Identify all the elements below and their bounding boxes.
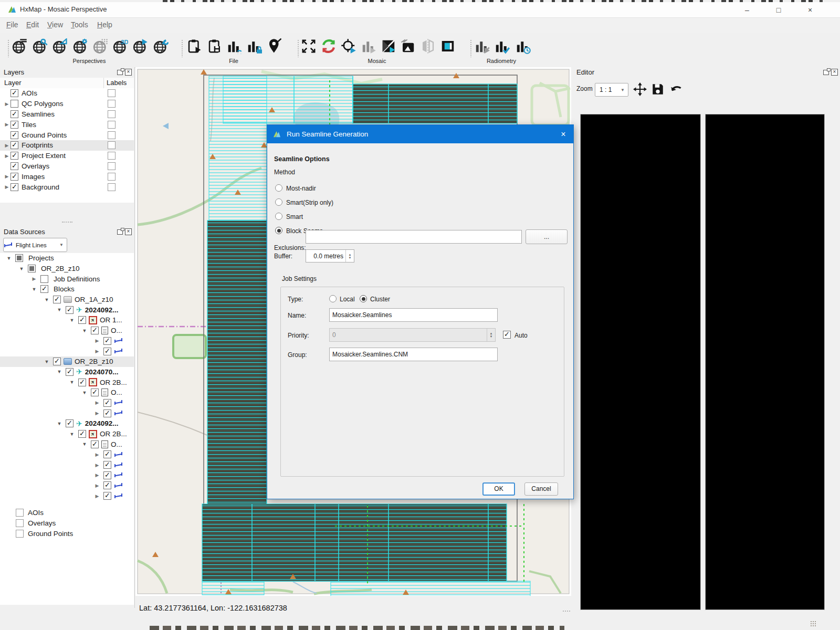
- extra-layer-checkbox[interactable]: [16, 519, 24, 527]
- tree-checkbox[interactable]: [103, 399, 111, 407]
- panel-splitter-handle[interactable]: [62, 222, 72, 225]
- tree-row[interactable]: ▼ ✈ 2024092...: [0, 418, 134, 429]
- close-panel-icon[interactable]: ×: [831, 69, 838, 76]
- extra-layer-row[interactable]: AOIs: [0, 507, 134, 518]
- tree-checkbox[interactable]: [91, 440, 99, 448]
- globe-measure-icon[interactable]: [52, 38, 68, 54]
- expander-icon[interactable]: ▶: [3, 143, 10, 148]
- expander-icon[interactable]: ▼: [56, 307, 63, 312]
- tree-row[interactable]: ▼ O...: [0, 326, 134, 336]
- auto-checkbox[interactable]: [503, 331, 511, 339]
- layer-visibility-checkbox[interactable]: [10, 141, 18, 149]
- chart-skip-icon[interactable]: [474, 38, 490, 54]
- extra-layer-checkbox[interactable]: [16, 509, 24, 517]
- tree-row[interactable]: ▼ Blocks: [0, 284, 134, 295]
- float-panel-icon[interactable]: [117, 70, 123, 75]
- undo-icon[interactable]: [670, 82, 684, 96]
- editor-view-left[interactable]: [580, 114, 701, 610]
- expander-icon[interactable]: ▼: [68, 318, 76, 323]
- tree-checkbox[interactable]: [28, 265, 36, 272]
- seek-target-icon[interactable]: [341, 38, 356, 54]
- layer-labels-checkbox[interactable]: [108, 173, 116, 181]
- image-frame-icon[interactable]: [440, 38, 456, 54]
- expander-icon[interactable]: ▶: [93, 349, 101, 354]
- layer-visibility-checkbox[interactable]: [10, 110, 18, 118]
- chart-check-icon[interactable]: [494, 38, 510, 54]
- save-icon[interactable]: [651, 82, 665, 96]
- tree-checkbox[interactable]: [40, 275, 48, 283]
- radio-smart-strip[interactable]: [275, 198, 282, 206]
- chart-lock-icon[interactable]: [246, 38, 262, 54]
- expander-icon[interactable]: ▶: [93, 400, 101, 405]
- tree-checkbox[interactable]: [103, 450, 111, 458]
- layer-row[interactable]: AOIs: [0, 88, 134, 99]
- expander-icon[interactable]: ▶: [93, 452, 101, 457]
- name-input[interactable]: Mosaicker.Seamlines: [329, 308, 498, 322]
- radio-cluster-label[interactable]: Cluster: [370, 296, 390, 303]
- data-source-type-select[interactable]: Flight Lines ▼: [3, 238, 67, 252]
- radio-local-label[interactable]: Local: [340, 296, 355, 303]
- expander-icon[interactable]: ▶: [93, 338, 101, 343]
- menu-help[interactable]: Help: [95, 20, 114, 29]
- layer-labels-checkbox[interactable]: [108, 141, 116, 149]
- globe-grid-icon[interactable]: [92, 38, 108, 54]
- layer-visibility-checkbox[interactable]: [10, 152, 18, 160]
- expander-icon[interactable]: ▶: [3, 184, 10, 190]
- menu-file[interactable]: File: [4, 20, 20, 29]
- layer-visibility-checkbox[interactable]: [10, 89, 18, 97]
- expander-icon[interactable]: ▶: [93, 494, 101, 499]
- expander-icon[interactable]: ▶: [30, 276, 38, 281]
- menu-view[interactable]: View: [45, 20, 65, 29]
- globe-3d-icon[interactable]: 3D: [112, 38, 128, 54]
- layer-visibility-checkbox[interactable]: [10, 173, 18, 181]
- radio-smart-label[interactable]: Smart: [286, 213, 303, 220]
- tree-row[interactable]: ▼ ✈ OR 1...: [0, 315, 134, 326]
- close-panel-icon[interactable]: ×: [125, 69, 132, 76]
- tree-row[interactable]: ▶: [0, 408, 134, 418]
- layer-labels-checkbox[interactable]: [108, 183, 116, 191]
- chart-schedule-icon[interactable]: [515, 38, 531, 54]
- expander-icon[interactable]: ▶: [93, 411, 101, 416]
- layer-labels-checkbox[interactable]: [108, 89, 116, 97]
- tree-row[interactable]: ▼ ✈ 2024070...: [0, 367, 134, 377]
- extra-layer-row[interactable]: Overlays: [0, 518, 134, 528]
- expander-icon[interactable]: ▼: [68, 432, 76, 437]
- zoom-select[interactable]: 1 : 1 ▼: [595, 83, 628, 97]
- expander-icon[interactable]: ▼: [56, 369, 63, 374]
- maximize-button[interactable]: □: [766, 3, 791, 17]
- layer-row[interactable]: ▶ Tiles: [0, 119, 134, 130]
- layer-visibility-checkbox[interactable]: [10, 131, 18, 139]
- tree-row[interactable]: ▼ ✈ OR 2B...: [0, 377, 134, 387]
- pan-move-icon[interactable]: [633, 82, 647, 96]
- tree-row[interactable]: ▶: [0, 336, 134, 346]
- crop-image-icon[interactable]: [400, 38, 416, 54]
- tree-checkbox[interactable]: [78, 316, 86, 324]
- column-layer[interactable]: Layer: [4, 79, 22, 87]
- tree-checkbox[interactable]: [103, 481, 111, 489]
- window-resize-grip[interactable]: [810, 621, 816, 627]
- expander-icon[interactable]: ▶: [93, 472, 101, 478]
- layer-row[interactable]: ▶ Background: [0, 182, 134, 192]
- expander-icon[interactable]: ▶: [3, 122, 10, 127]
- expander-icon[interactable]: ▶: [93, 463, 101, 468]
- tree-checkbox[interactable]: [103, 471, 111, 479]
- expander-icon[interactable]: ▼: [81, 442, 88, 447]
- tiles-play-icon[interactable]: [381, 38, 396, 54]
- tree-checkbox[interactable]: [103, 492, 111, 500]
- expander-icon[interactable]: ▼: [43, 359, 50, 364]
- globe-tools-icon[interactable]: [153, 38, 169, 54]
- tree-checkbox[interactable]: [53, 296, 61, 303]
- layer-row[interactable]: ▶ Footprints: [0, 140, 134, 151]
- close-panel-icon[interactable]: ×: [125, 228, 132, 235]
- layer-labels-checkbox[interactable]: [108, 110, 116, 118]
- expander-icon[interactable]: ▶: [3, 153, 10, 159]
- tree-row[interactable]: ▼ Projects: [0, 253, 134, 264]
- tree-checkbox[interactable]: [103, 337, 111, 345]
- tree-checkbox[interactable]: [78, 379, 86, 386]
- tree-row[interactable]: ▼ O...: [0, 439, 134, 449]
- chart-play-icon[interactable]: [361, 38, 376, 54]
- tree-checkbox[interactable]: [103, 348, 111, 355]
- tree-checkbox[interactable]: [91, 327, 99, 334]
- expander-icon[interactable]: ▼: [81, 328, 88, 333]
- close-button[interactable]: ×: [798, 3, 822, 17]
